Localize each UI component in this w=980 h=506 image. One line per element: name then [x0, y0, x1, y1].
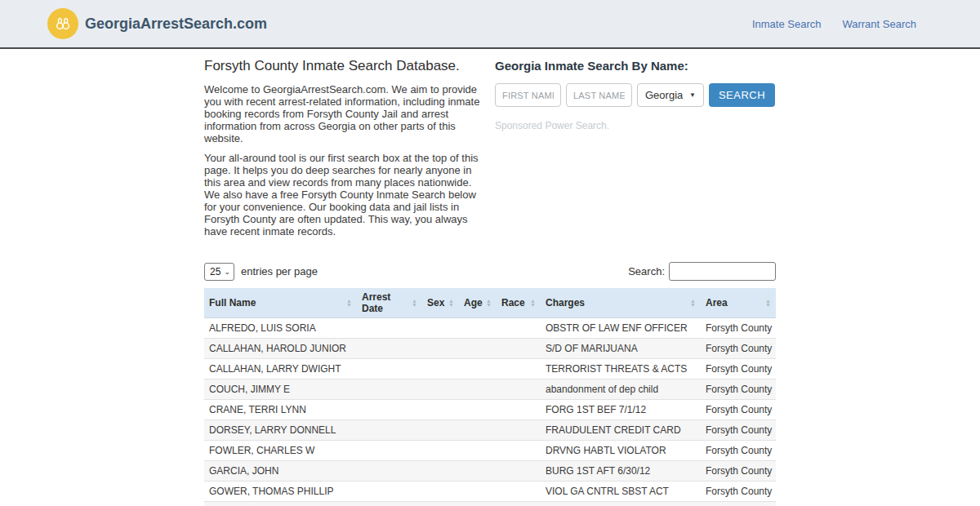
column-label: Charges	[546, 297, 585, 308]
cell-race	[497, 441, 541, 461]
column-header-arrest-date[interactable]: Arrest Date ▲▼	[357, 288, 422, 318]
cell-arrest-date	[357, 420, 422, 441]
table-row: FOWLER, CHARLES WDRVNG HABTL VIOLATORFor…	[204, 441, 776, 461]
cell-full-name: CRANE, TERRI LYNN	[204, 400, 357, 420]
cell-race	[497, 461, 541, 482]
table-row: CALLAHAN, LARRY DWIGHTTERRORIST THREATS …	[204, 359, 776, 380]
sort-icon: ▲▼	[448, 299, 454, 307]
cell-race	[497, 482, 541, 502]
intro-column: Forsyth County Inmate Search Database. W…	[204, 54, 486, 245]
cell-sex	[422, 420, 459, 441]
cell-charges: FORG 1ST BEF 7/1/12	[541, 400, 701, 420]
table-controls: 25 ⌄ entries per page Search:	[204, 262, 776, 281]
cell-full-name: CALLAHAN, LARRY DWIGHT	[204, 359, 357, 380]
cell-sex	[422, 502, 459, 506]
column-label: Sex	[427, 297, 444, 308]
column-label: Arrest Date	[362, 291, 412, 314]
sort-icon: ▲▼	[530, 299, 536, 307]
cell-sex	[422, 461, 459, 482]
last-name-input[interactable]	[566, 83, 632, 107]
cell-arrest-date	[357, 359, 422, 380]
entries-per-page-label: entries per page	[241, 265, 318, 277]
table-row: CALLAHAN, HAROLD JUNIORS/D OF MARIJUANAF…	[204, 339, 776, 359]
cell-race	[497, 502, 541, 506]
cell-age	[459, 400, 497, 420]
state-select[interactable]: Georgia ▼	[637, 83, 704, 107]
column-label: Age	[464, 297, 483, 308]
cell-sex	[422, 318, 459, 339]
cell-age	[459, 441, 497, 461]
cell-area: Forsyth County	[701, 339, 776, 359]
intro-paragraph-2: Your all-around tool is our first search…	[204, 152, 486, 237]
cell-arrest-date	[357, 441, 422, 461]
sort-icon: ▲▼	[690, 299, 696, 307]
column-label: Full Name	[209, 297, 256, 308]
cell-sex	[422, 339, 459, 359]
cell-age	[459, 502, 497, 506]
name-search-form: Georgia ▼ SEARCH	[495, 83, 776, 107]
cell-age	[459, 420, 497, 441]
page-title: Forsyth County Inmate Search Database.	[204, 58, 486, 74]
inmate-table-body: ALFREDO, LUIS SORIAOBSTR OF LAW ENF OFFI…	[204, 318, 776, 506]
entries-per-page-select[interactable]: 25 ⌄	[204, 263, 234, 281]
cell-age	[459, 380, 497, 400]
cell-charges: BURG 1ST AFT 6/30/12	[541, 461, 701, 482]
column-header-charges[interactable]: Charges ▲▼	[541, 288, 701, 318]
main-content: Forsyth County Inmate Search Database. W…	[204, 49, 776, 506]
column-header-area[interactable]: Area ▲▼	[701, 288, 776, 318]
handcuffs-logo-icon	[47, 8, 78, 39]
table-row: COUCH, JIMMY Eabandonment of dep childFo…	[204, 380, 776, 400]
column-label: Area	[706, 297, 728, 308]
sort-icon: ▲▼	[412, 299, 417, 307]
cell-full-name: HILL, RONALD DOUGLAS	[204, 502, 357, 506]
search-column: Georgia Inmate Search By Name: Georgia ▼…	[495, 54, 776, 245]
inmate-table-head: Full Name ▲▼ Arrest Date ▲▼ Sex ▲▼ Age ▲…	[204, 288, 776, 318]
cell-full-name: GOWER, THOMAS PHILLIP	[204, 482, 357, 502]
cell-area: Forsyth County	[701, 502, 776, 506]
table-search-input[interactable]	[669, 262, 776, 281]
sort-icon: ▲▼	[346, 299, 352, 307]
table-row: CRANE, TERRI LYNNFORG 1ST BEF 7/1/12Fors…	[204, 400, 776, 420]
cell-area: Forsyth County	[701, 420, 776, 441]
cell-full-name: GARCIA, JOHN	[204, 461, 357, 482]
cell-full-name: CALLAHAN, HAROLD JUNIOR	[204, 339, 357, 359]
chevron-down-icon: ▼	[689, 91, 696, 99]
column-header-sex[interactable]: Sex ▲▼	[422, 288, 459, 318]
cell-sex	[422, 380, 459, 400]
cell-charges: S/D OF MARIJUANA	[541, 339, 701, 359]
header: GeorgiaArrestSearch.com Inmate Search Wa…	[0, 0, 980, 49]
cell-age	[459, 318, 497, 339]
column-header-age[interactable]: Age ▲▼	[459, 288, 497, 318]
column-header-race[interactable]: Race ▲▼	[497, 288, 541, 318]
cell-charges: abandonment of dep child	[541, 380, 701, 400]
cell-charges: OBSTR OF LAW ENF OFFICER	[541, 318, 701, 339]
table-row: HILL, RONALD DOUGLASAGGRAV ASSAULTForsyt…	[204, 502, 776, 506]
entries-select-value: 25	[210, 266, 220, 277]
cell-arrest-date	[357, 502, 422, 506]
cell-full-name: FOWLER, CHARLES W	[204, 441, 357, 461]
cell-arrest-date	[357, 400, 422, 420]
cell-charges: VIOL GA CNTRL SBST ACT	[541, 482, 701, 502]
search-button[interactable]: SEARCH	[709, 83, 775, 107]
brand[interactable]: GeorgiaArrestSearch.com	[47, 8, 267, 39]
column-header-full-name[interactable]: Full Name ▲▼	[204, 288, 357, 318]
cell-sex	[422, 359, 459, 380]
cell-race	[497, 400, 541, 420]
cell-area: Forsyth County	[701, 441, 776, 461]
cell-race	[497, 318, 541, 339]
cell-age	[459, 482, 497, 502]
cell-race	[497, 339, 541, 359]
table-search-label: Search:	[628, 265, 665, 277]
cell-age	[459, 359, 497, 380]
cell-age	[459, 339, 497, 359]
cell-arrest-date	[357, 318, 422, 339]
first-name-input[interactable]	[495, 83, 561, 107]
nav-warrant-search[interactable]: Warrant Search	[842, 18, 916, 30]
cell-area: Forsyth County	[701, 400, 776, 420]
cell-arrest-date	[357, 461, 422, 482]
main-nav: Inmate Search Warrant Search	[752, 18, 916, 30]
nav-inmate-search[interactable]: Inmate Search	[752, 18, 822, 30]
cell-sex	[422, 441, 459, 461]
cell-charges: FRAUDULENT CREDIT CARD	[541, 420, 701, 441]
cell-charges: TERRORIST THREATS & ACTS	[541, 359, 701, 380]
